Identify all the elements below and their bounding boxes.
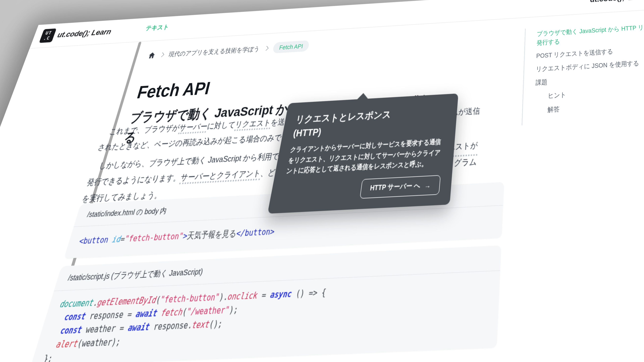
- http-server-button[interactable]: HTTP サーバー へ →: [360, 175, 441, 198]
- code-token: getElementById: [96, 295, 158, 308]
- tilted-page: UT.C ut.code(); Learn テキスト ut.code(); よう…: [0, 0, 644, 362]
- http-server-button-label: HTTP サーバー へ: [370, 181, 420, 193]
- toc: ブラウザで動く JavaScript から HTTP リクエストを発行するPOS…: [522, 18, 644, 125]
- paragraph-text: に対して: [206, 120, 236, 131]
- utcode-logo-icon: UT.C: [39, 28, 56, 43]
- code-token: <button: [78, 234, 114, 246]
- code-token: "fetch-button": [124, 231, 184, 244]
- code-token: response =: [84, 309, 137, 322]
- code-token: ();: [208, 319, 224, 330]
- code-token: response.: [148, 320, 194, 333]
- code-token: alert: [55, 338, 79, 350]
- code-token: 天気予報を見る: [186, 228, 238, 241]
- code-token: () => {: [291, 287, 327, 299]
- code-token: onclick: [227, 291, 258, 302]
- code-token: await: [127, 322, 151, 333]
- sidebar-item-label: 繰り返し: [0, 152, 20, 162]
- code-token: async: [269, 289, 292, 300]
- site-logo[interactable]: UT.C ut.code(); Learn: [39, 25, 113, 43]
- code-token: await: [135, 308, 158, 320]
- sidebar-item-label: 度な CSS: [0, 210, 12, 220]
- code-token: "fetch-button": [159, 292, 220, 305]
- paragraph-text: これまで、ブラウザが: [108, 123, 180, 136]
- site-title: ut.code(); Learn: [56, 27, 112, 39]
- code-token: </button>: [236, 226, 276, 239]
- breadcrumb-separator-icon: [264, 46, 269, 51]
- sidebar-item-label: クラス: [0, 167, 11, 176]
- paragraph-text: 発行できるようになります。: [86, 173, 182, 187]
- sidebar-item-label: ブラウザの開発者ツール: [6, 122, 74, 133]
- sidebar-item-current[interactable]: [0, 294, 36, 317]
- utcode-external-link[interactable]: ut.code();: [590, 0, 635, 4]
- nav-link-text[interactable]: テキスト: [145, 23, 170, 32]
- code-block-script-js: /static/script.js (ブラウザ上で動く JavaScript) …: [31, 245, 501, 362]
- toc-item-active[interactable]: ブラウザで動く JavaScript から HTTP リクエストを発行する: [536, 21, 644, 48]
- sidebar-item-label: による配置: [0, 225, 17, 236]
- term-link[interactable]: リクエスト: [234, 118, 272, 131]
- code-token: "/weather": [186, 305, 230, 317]
- code-token: };: [42, 353, 54, 362]
- external-link-icon: [628, 0, 635, 1]
- term-link[interactable]: サーバー: [178, 122, 208, 134]
- sidebar-item-label: 新歓体験会: [17, 85, 48, 94]
- home-icon[interactable]: [148, 52, 156, 59]
- breadcrumb: 現代のアプリを支える技術を学ぼう Fetch API: [147, 40, 310, 61]
- tooltip-arrow-icon: [357, 93, 369, 100]
- chevron-down-icon: [46, 275, 53, 284]
- sidebar-item-label: ーが動作する仕組: [0, 255, 50, 267]
- sidebar-item-label: ブラウザで動作するアプリを構築しよう: [8, 94, 87, 118]
- sidebar-item-label: 配列: [0, 182, 2, 191]
- chevron-down-icon: [68, 103, 74, 110]
- tooltip-title: リクエストとレスポンス (HTTP): [292, 106, 420, 140]
- sidebar-item-label: ェクト: [0, 241, 9, 251]
- sidebar-item-label: 支える技術を: [0, 274, 29, 285]
- utcode-link-label: ut.code();: [590, 0, 624, 4]
- sidebar-item-label: 名関数: [0, 196, 1, 206]
- term-tooltip: リクエストとレスポンス (HTTP) クライアントからサーバーに対しサービスを要…: [268, 93, 458, 214]
- screenshot-viewport: UT.C ut.code(); Learn テキスト ut.code(); よう…: [0, 0, 644, 362]
- sidebar-item[interactable]: ブラウザで動作するアプリを構築しよう: [2, 92, 90, 123]
- chevron-right-icon: [52, 84, 58, 91]
- arrow-right-icon: →: [424, 181, 431, 189]
- code-token: document: [59, 298, 95, 310]
- breadcrumb-link[interactable]: 現代のアプリを支える技術を学ぼう: [168, 45, 260, 58]
- code-token: weather =: [80, 323, 130, 335]
- code-token: =: [256, 290, 271, 301]
- code-token: const: [63, 311, 87, 323]
- code-token: fetch: [160, 307, 184, 319]
- page-title: Fetch API: [135, 78, 212, 102]
- breadcrumb-current-pill: Fetch API: [272, 40, 310, 53]
- chevron-right-icon: [51, 256, 57, 264]
- sidebar-item-label: ようこそ: [20, 73, 46, 82]
- code-token: const: [59, 325, 83, 336]
- breadcrumb-separator-icon: [160, 52, 164, 57]
- code-token: text: [191, 319, 210, 331]
- tooltip-body: クライアントからサーバーに対しサービスを要求する通信をリクエスト、リクエストに対…: [286, 136, 444, 176]
- sidebar-item-label: 定数とオブジェクトの参照: [1, 135, 76, 147]
- sidebar-item-label: モジュールバン: [0, 320, 43, 332]
- code-token: (weather);: [76, 337, 122, 349]
